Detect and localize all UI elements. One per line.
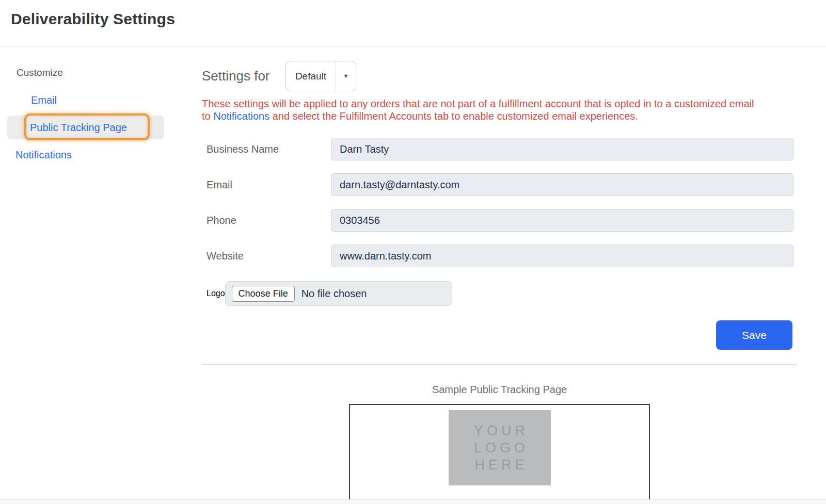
- form-row-phone: Phone: [206, 209, 793, 232]
- sidebar-item-email[interactable]: Email: [31, 94, 57, 106]
- dropdown-caret-button[interactable]: ▼: [336, 61, 356, 91]
- business-name-field[interactable]: [331, 138, 793, 160]
- form-row-logo: Logo Choose File No file chosen: [206, 281, 452, 306]
- sidebar-item-public-tracking-page[interactable]: Public Tracking Page: [7, 116, 164, 139]
- save-button[interactable]: Save: [716, 320, 792, 350]
- warning-message: These settings will be applied to any or…: [202, 97, 754, 122]
- sample-tracking-page-preview: YOUR LOGO HERE: [349, 404, 650, 504]
- email-field[interactable]: [331, 173, 793, 196]
- website-field[interactable]: [331, 245, 793, 267]
- phone-field[interactable]: [331, 209, 793, 232]
- logo-placeholder-image: YOUR LOGO HERE: [449, 410, 551, 485]
- phone-label: Phone: [206, 215, 331, 226]
- settings-for-label: Settings for: [202, 68, 270, 84]
- notifications-link[interactable]: Notifications: [213, 110, 269, 122]
- dropdown-selected-value: Default: [286, 61, 336, 91]
- choose-file-button[interactable]: Choose File: [232, 286, 295, 302]
- sidebar-section-customize: Customize: [17, 67, 63, 78]
- logo-label: Logo: [206, 289, 225, 298]
- warning-line-1: These settings will be applied to any or…: [202, 97, 754, 110]
- file-chosen-status: No file chosen: [301, 288, 367, 300]
- form-row-business-name: Business Name: [206, 138, 793, 160]
- website-label: Website: [206, 250, 331, 262]
- warning-line-2: to Notifications and select the Fulfillm…: [202, 110, 754, 122]
- placeholder-line: HERE: [471, 457, 528, 473]
- horizontal-scrollbar-track[interactable]: [0, 499, 826, 504]
- deliverability-settings-page: Deliverability Settings Customize Email …: [0, 0, 826, 504]
- business-name-label: Business Name: [206, 143, 331, 155]
- form-row-email: Email: [206, 173, 793, 196]
- logo-file-input[interactable]: Choose File No file chosen: [225, 281, 452, 306]
- preview-title: Sample Public Tracking Page: [349, 384, 650, 396]
- chevron-down-icon: ▼: [343, 73, 349, 79]
- settings-scope-dropdown[interactable]: Default ▼: [285, 61, 356, 91]
- placeholder-line: LOGO: [470, 440, 529, 456]
- page-title: Deliverability Settings: [11, 10, 175, 28]
- sidebar-item-notifications[interactable]: Notifications: [15, 149, 72, 161]
- form-row-website: Website: [206, 245, 793, 267]
- placeholder-line: YOUR: [470, 423, 529, 439]
- email-label: Email: [206, 179, 331, 191]
- sidebar-item-label: Public Tracking Page: [30, 122, 127, 134]
- section-divider: [202, 364, 797, 365]
- header-divider: [0, 46, 826, 47]
